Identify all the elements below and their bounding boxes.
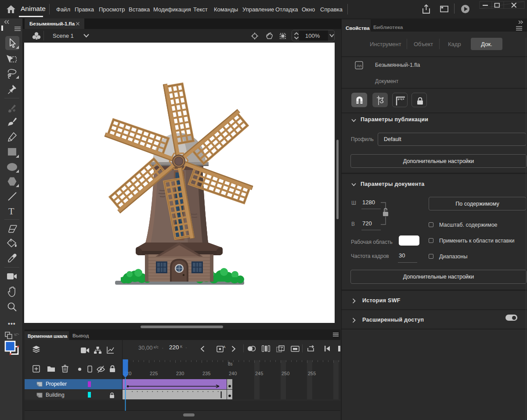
svg-text:A: A bbox=[223, 345, 226, 349]
svg-text:240: 240 bbox=[229, 371, 237, 376]
svg-text:235: 235 bbox=[202, 371, 210, 376]
svg-text:An: An bbox=[357, 63, 362, 68]
svg-text:225: 225 bbox=[150, 371, 158, 376]
svg-text:250: 250 bbox=[282, 371, 289, 376]
svg-text:230: 230 bbox=[176, 371, 184, 376]
svg-text:8s: 8s bbox=[228, 362, 233, 366]
svg-text:255: 255 bbox=[308, 371, 316, 376]
svg-text:245: 245 bbox=[255, 371, 263, 376]
